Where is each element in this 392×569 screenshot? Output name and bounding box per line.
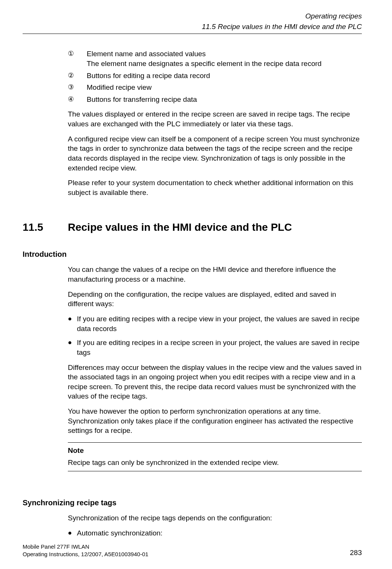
legend-marker: ②	[68, 71, 87, 81]
list-item: ● Automatic synchronization:	[68, 528, 362, 538]
header-rule	[23, 34, 362, 34]
legend-item: ② Buttons for editing a recipe data reco…	[68, 71, 362, 81]
footer-left: Mobile Panel 277F IWLAN Operating Instru…	[23, 543, 149, 558]
legend-item: ① Element name and associated values The…	[68, 49, 362, 68]
legend-marker: ③	[68, 83, 87, 92]
page-header: Operating recipes 11.5 Recipe values in …	[23, 11, 362, 31]
legend-item: ③ Modified recipe view	[68, 83, 362, 92]
note-label: Note	[68, 446, 362, 456]
legend-marker: ①	[68, 49, 87, 68]
bullet-icon: ●	[68, 338, 77, 357]
paragraph: A configured recipe view can itself be a…	[68, 134, 362, 173]
paragraph: Differences may occur between the displa…	[68, 363, 362, 402]
header-chapter: Operating recipes	[23, 11, 362, 21]
paragraph: The values displayed or entered in the r…	[68, 109, 362, 129]
section-number: 11.5	[23, 220, 68, 235]
bullet-icon: ●	[68, 314, 77, 333]
subheading-introduction: Introduction	[23, 249, 362, 259]
legend-block: ① Element name and associated values The…	[68, 49, 362, 197]
footer-docinfo: Operating Instructions, 12/2007, A5E0100…	[23, 551, 149, 558]
page-number: 283	[350, 548, 362, 558]
legend-marker: ④	[68, 95, 87, 104]
note-rule	[68, 471, 362, 471]
bullet-list: ● Automatic synchronization:	[68, 528, 362, 538]
paragraph: You can change the values of a recipe on…	[68, 265, 362, 284]
legend-item: ④ Buttons for transferring recipe data	[68, 95, 362, 104]
section-heading: 11.5 Recipe values in the HMI device and…	[23, 220, 362, 235]
paragraph: Please refer to your system documentatio…	[68, 178, 362, 197]
page-footer: Mobile Panel 277F IWLAN Operating Instru…	[23, 543, 362, 558]
list-item: ● If you are editing recipes in a recipe…	[68, 338, 362, 357]
note-block: Note Recipe tags can only be synchronize…	[68, 442, 362, 471]
introduction-body: You can change the values of a recipe on…	[68, 265, 362, 471]
paragraph: Synchronization of the recipe tags depen…	[68, 513, 362, 523]
legend-text: Buttons for transferring recipe data	[87, 95, 362, 104]
footer-product: Mobile Panel 277F IWLAN	[23, 543, 149, 551]
header-section: 11.5 Recipe values in the HMI device and…	[23, 22, 362, 32]
section-title: Recipe values in the HMI device and the …	[68, 220, 292, 235]
bullet-icon: ●	[68, 528, 77, 538]
sync-body: Synchronization of the recipe tags depen…	[68, 513, 362, 538]
legend-text: Modified recipe view	[87, 83, 362, 92]
legend-text: Element name and associated values The e…	[87, 49, 362, 68]
legend-text: Buttons for editing a recipe data record	[87, 71, 362, 81]
paragraph: Depending on the configuration, the reci…	[68, 290, 362, 309]
note-text: Recipe tags can only be synchronized in …	[68, 458, 362, 468]
subheading-sync: Synchronizing recipe tags	[23, 498, 362, 508]
paragraph: You have however the option to perform s…	[68, 406, 362, 436]
list-item: ● If you are editing recipes with a reci…	[68, 314, 362, 333]
note-rule	[68, 442, 362, 443]
bullet-list: ● If you are editing recipes with a reci…	[68, 314, 362, 357]
